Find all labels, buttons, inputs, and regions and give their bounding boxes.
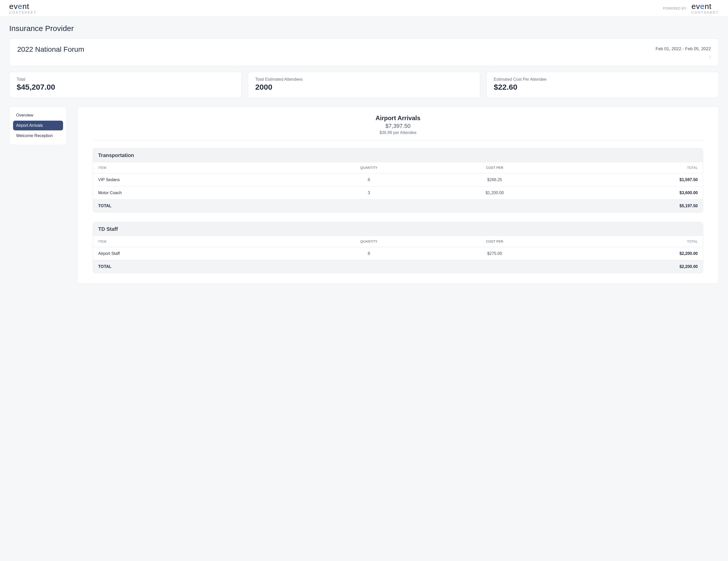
stat-cost-per-attendee: Estimated Cost Per Attendee $22.60 [486, 72, 719, 98]
table-row: Airport Staff 8 $275.00 $2,200.00 [93, 247, 703, 260]
cell-quantity: 3 [311, 191, 427, 195]
cell-item: Airport Staff [98, 251, 311, 256]
cell-item: VIP Sedans [98, 178, 311, 182]
category-title: Transportation [93, 148, 703, 163]
stat-value: $45,207.00 [17, 83, 234, 92]
table-total-row: TOTAL $5,197.50 [93, 199, 703, 212]
sidebar-item-welcome-reception[interactable]: Welcome Reception [13, 131, 63, 141]
cell-item: Motor Coach [98, 191, 311, 195]
top-bar: event COSTSHEET POWERED BY: event COSTSH… [0, 0, 728, 17]
col-quantity: QUANTITY [311, 166, 427, 170]
logo-subtext: COSTSHEET [9, 11, 36, 14]
event-date-range: Feb 01, 2022 - Feb 05, 2022 [656, 45, 711, 52]
sidebar-item-label: Welcome Reception [16, 134, 53, 138]
cell-quantity: 8 [311, 251, 427, 256]
stat-value: 2000 [255, 83, 473, 92]
powered-by-logo: event COSTSHEET [692, 3, 719, 14]
col-total: TOTAL [562, 166, 698, 170]
section-amount: $7,397.50 [93, 123, 703, 129]
section-per-attendee: $36.99 per Attendee [93, 130, 703, 135]
stat-total: Total $45,207.00 [9, 72, 242, 98]
total-label: TOTAL [98, 265, 311, 269]
total-label: TOTAL [98, 204, 311, 208]
logo-word: event [9, 3, 36, 10]
event-dates: Feb 01, 2022 - Feb 05, 2022 , [656, 45, 711, 59]
page-title: Insurance Provider [9, 24, 719, 33]
cell-quantity: 6 [311, 178, 427, 182]
stat-label: Total [17, 77, 234, 82]
cell-total: $3,600.00 [562, 191, 698, 195]
section-header: Airport Arrivals $7,397.50 $36.99 per At… [93, 115, 703, 140]
stats-row: Total $45,207.00 Total Estimated Attende… [9, 72, 719, 98]
total-value: $5,197.50 [562, 204, 698, 208]
table-header: ITEM QUANTITY COST PER TOTAL [93, 163, 703, 173]
category-card-transportation: Transportation ITEM QUANTITY COST PER TO… [93, 148, 703, 213]
stat-attendees: Total Estimated Attendees 2000 [248, 72, 480, 98]
powered-by: POWERED BY: event COSTSHEET [663, 3, 719, 14]
event-name: 2022 National Forum [17, 45, 84, 54]
stat-label: Estimated Cost Per Attendee [494, 77, 711, 82]
content-panel: Airport Arrivals $7,397.50 $36.99 per At… [77, 107, 719, 284]
sidebar-item-label: Airport Arrivals [16, 123, 43, 128]
powered-by-label: POWERED BY: [663, 7, 687, 10]
sidebar-item-overview[interactable]: Overview [13, 110, 63, 120]
category-title: TD Staff [93, 222, 703, 236]
cell-total: $1,597.50 [562, 178, 698, 182]
logo-subtext: COSTSHEET [692, 11, 719, 14]
table-row: VIP Sedans 6 $266.25 $1,597.50 [93, 173, 703, 186]
cell-cost-per: $1,200.00 [427, 191, 562, 195]
app-logo: event COSTSHEET [9, 3, 36, 14]
col-item: ITEM [98, 240, 311, 244]
logo-word: event [692, 3, 719, 10]
table-row: Motor Coach 3 $1,200.00 $3,600.00 [93, 186, 703, 199]
table-total-row: TOTAL $2,200.00 [93, 260, 703, 273]
cell-cost-per: $266.25 [427, 178, 562, 182]
category-card-td-staff: TD Staff ITEM QUANTITY COST PER TOTAL Ai… [93, 222, 703, 273]
stat-value: $22.60 [494, 83, 711, 92]
sidebar-item-label: Overview [16, 113, 33, 117]
col-item: ITEM [98, 166, 311, 170]
section-title: Airport Arrivals [93, 115, 703, 122]
table-header: ITEM QUANTITY COST PER TOTAL [93, 236, 703, 247]
stat-label: Total Estimated Attendees [255, 77, 473, 82]
col-total: TOTAL [562, 240, 698, 244]
event-location: , [656, 52, 711, 59]
col-quantity: QUANTITY [311, 240, 427, 244]
sidebar: Overview Airport Arrivals Welcome Recept… [9, 107, 67, 145]
total-value: $2,200.00 [562, 265, 698, 269]
event-summary-card: 2022 National Forum Feb 01, 2022 - Feb 0… [9, 38, 719, 66]
cell-total: $2,200.00 [562, 251, 698, 256]
col-cost-per: COST PER [427, 166, 562, 170]
col-cost-per: COST PER [427, 240, 562, 244]
sidebar-item-airport-arrivals[interactable]: Airport Arrivals [13, 121, 63, 130]
cell-cost-per: $275.00 [427, 251, 562, 256]
